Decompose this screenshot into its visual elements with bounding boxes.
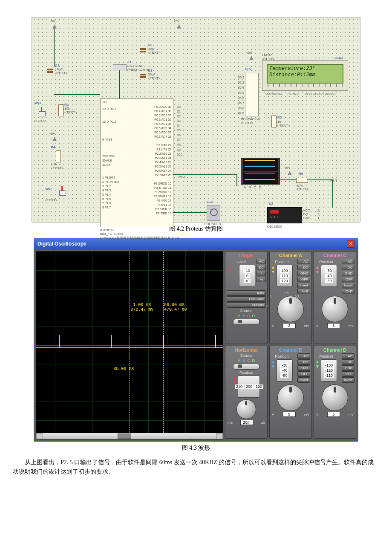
chD-pos-spin[interactable]: -130 -120 -110 (321, 359, 337, 382)
chC-readout-val: 5 (327, 323, 340, 328)
chB-gain-knob[interactable] (277, 384, 304, 411)
trigger-source-label: Source (227, 309, 266, 313)
chC-ac[interactable]: AC (342, 259, 355, 264)
c2-val: 30pF (148, 47, 156, 51)
horiz-readout-val: 20m (240, 420, 253, 425)
scope-body: -1.00 mS870.47 mV 60.00 mS470.47 mV -35.… (34, 249, 358, 441)
horiz-arrows[interactable]: ▲▼ (233, 376, 237, 385)
scope-window: Digital Oscilloscope × (34, 238, 358, 442)
cursor1-readout: -1.00 mS870.47 mV (130, 303, 153, 312)
panel-title: Channel C (315, 253, 355, 258)
chC-pos-label: Position (315, 260, 337, 264)
u2-pinnums: 321 (317, 208, 319, 220)
chD-dc[interactable]: DC (342, 359, 355, 365)
power-label-4: +5V (49, 132, 55, 136)
r4-ref: R4 (51, 145, 55, 149)
scroll-right-icon[interactable] (216, 433, 223, 439)
wire (332, 179, 333, 208)
trigger-dc[interactable]: DC (257, 265, 266, 270)
mcu-ref: U1 (103, 100, 107, 104)
chD-arrows[interactable]: ▲▼ (315, 359, 320, 369)
wire (173, 174, 236, 175)
scope-scrollbar[interactable] (36, 433, 223, 439)
horiz-pos-spin[interactable]: 210 200 190 (238, 376, 260, 398)
chA-pos-spin[interactable]: 100 110 120 (277, 265, 293, 287)
chB-off[interactable]: OFF (297, 371, 310, 377)
chD-invert[interactable]: Invert (342, 377, 355, 383)
c1-note: <TEXT> (55, 71, 68, 75)
lcd-pinlabels-2: RS RW E (288, 92, 299, 95)
chB-readout: V 5 mV (271, 412, 310, 417)
trigger-auto[interactable]: Auto (227, 290, 266, 296)
lcd-screen: Temperature:23° Distance:0112mm (267, 64, 343, 84)
rp2-left-pins: D0 2D1 3D2 4D3 5D4 6D5 7D6 8D7 9 (238, 75, 244, 116)
chB-invert[interactable]: Invert (297, 377, 310, 383)
r5-note: <TEXT> (296, 187, 309, 191)
panel-title: Channel A (271, 253, 310, 258)
chC-dc[interactable]: DC (342, 265, 355, 270)
chD-gnd[interactable]: GND (342, 365, 355, 371)
trigger-source-slider[interactable] (233, 319, 259, 325)
c2-note: <TEXT> (148, 51, 161, 55)
chC-arrows[interactable]: ▲▼ (315, 265, 320, 274)
crystal-x1 (113, 64, 127, 71)
mid-readout: -35.00 mS (111, 367, 134, 371)
trigger-arrows[interactable]: ▲▼ (227, 265, 231, 274)
chA-ac[interactable]: AC (297, 259, 310, 264)
chB-arrows[interactable]: ▲▼ (271, 359, 275, 369)
chB-buttons: AC DC GND OFF Invert (297, 353, 310, 383)
chA-invert[interactable]: Invert (297, 283, 310, 288)
horiz-source[interactable]: A B C D (227, 358, 266, 363)
chA-gnd[interactable]: GND (297, 271, 310, 276)
horiz-timebase-knob[interactable] (236, 399, 256, 419)
trigger-source[interactable]: A B C D (227, 314, 266, 318)
power-label-2: +5V (173, 19, 179, 23)
close-icon[interactable]: × (347, 240, 355, 248)
caption-4-2: 图 4.2 Proteus 仿真图 (13, 225, 379, 233)
trigger-ac[interactable]: AC (257, 259, 266, 264)
scope-cursor-1[interactable] (130, 251, 130, 439)
scroll-left-icon[interactable] (36, 433, 43, 439)
c2 (140, 46, 146, 54)
chA-off[interactable]: OFF (297, 277, 310, 282)
mcu-p1: 1 P1.0/T22 P1.1/T2EX3 P1.24 P1.35 P1.46 … (102, 176, 119, 210)
proteus-canvas: +5V +5V +5V +5V +5V U1 19 XTAL1 18 XTAL2… (32, 17, 360, 223)
chD-gain-knob[interactable] (322, 384, 348, 411)
osc-ch-labels: A B C D (244, 185, 262, 189)
chA-knob-ticks: 0.5 0.2 0.1 2 1 (268, 292, 314, 326)
chB-gnd[interactable]: GND (297, 365, 310, 371)
trigger-cursors[interactable]: Cursors (227, 302, 266, 308)
chB-ac[interactable]: AC (297, 353, 310, 359)
chA-dc[interactable]: DC (297, 265, 310, 270)
chC-invert[interactable]: Invert (342, 283, 355, 288)
lcd-pinlabels-1: VSS VDD VEE (265, 92, 282, 95)
scope-cursor-2[interactable] (163, 251, 164, 439)
net-p27: P2.7 (179, 175, 185, 179)
chC-pos-spin[interactable]: -50 -40 -30 (321, 265, 337, 287)
chC-gnd[interactable]: GND (342, 271, 355, 276)
chB-pos-spin[interactable]: -30 -40 -50 (277, 359, 293, 382)
chD-off[interactable]: OFF (342, 371, 355, 377)
chC-gain-knob[interactable] (322, 296, 348, 322)
trigger-modes: Auto One-Shot Cursors (227, 290, 266, 308)
trigger-edge[interactable]: ↑↓ (257, 271, 266, 276)
u2-part: DS18B20 (267, 225, 282, 228)
r1-note: <TEXT> (64, 110, 77, 114)
trigger-mode[interactable]: ┌┐ (257, 277, 266, 282)
horiz-source-slider[interactable] (233, 364, 259, 370)
scroll-thumb[interactable] (118, 434, 131, 439)
chC-cplusd[interactable]: C+D (342, 289, 355, 294)
r4-val: 4.7k (51, 162, 57, 166)
chB-dc[interactable]: DC (297, 359, 310, 365)
rp2-type: RESPACK-8 (241, 117, 260, 121)
chD-ac[interactable]: AC (342, 353, 355, 359)
c3-ref: C3 (148, 69, 152, 72)
chC-buttons: AC DC GND OFF Invert C+D (342, 259, 355, 294)
chC-off[interactable]: OFF (342, 277, 355, 282)
chA-arrows[interactable]: ▲▼ (271, 265, 275, 274)
scope-screen[interactable]: -1.00 mS870.47 mV 60.00 mS470.47 mV -35.… (36, 251, 223, 439)
lcd-line2: Distance:0112mm (269, 72, 341, 78)
r1 (58, 104, 63, 116)
trigger-oneshot[interactable]: One-Shot (227, 296, 266, 302)
trigger-level-spin[interactable]: -10 0 10 (239, 265, 255, 287)
